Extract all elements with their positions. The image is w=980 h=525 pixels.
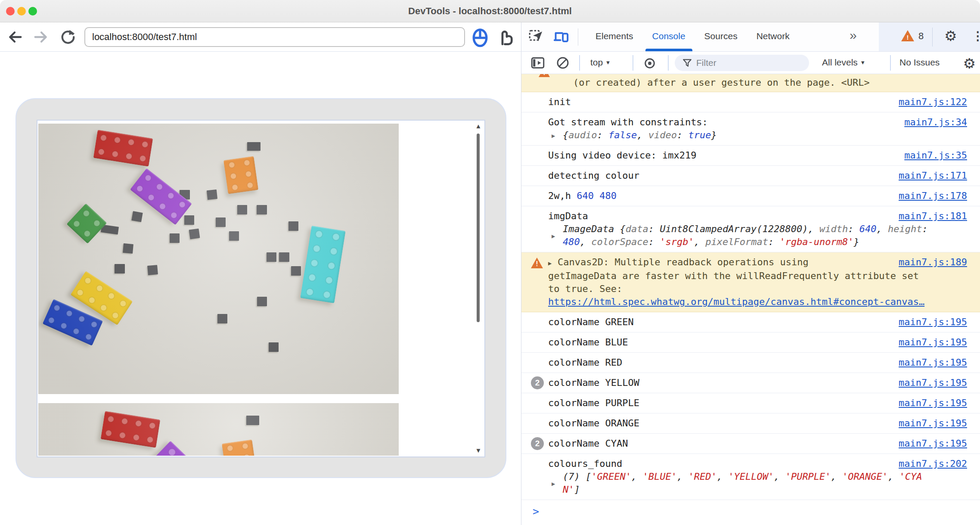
source-link[interactable]: main7.js:171 [899,169,967,182]
settings-gear-icon[interactable]: ⚙ [944,22,957,50]
source-link[interactable]: main7.js:189 [899,256,967,269]
preview-card: ▲ ▼ [16,98,506,478]
devtools-tab-bar: Elements Console Sources Network » ! 8 ⚙… [521,22,980,51]
divider [633,55,633,71]
console-log-row: main7.js:195 colorName GREEN [521,312,980,332]
black-chip [184,215,194,225]
source-link[interactable]: main7.js:195 [899,336,967,349]
expand-triangle-icon[interactable]: ▶ [552,477,555,490]
repeat-count-badge: 2 [531,376,544,389]
console-warning-row: ! main7.js:189 ▶Canvas2D: Multiple readb… [521,252,980,312]
tab-elements[interactable]: Elements [586,22,643,51]
black-chip [216,217,226,227]
orange-brick [223,156,258,194]
mouse-mode-icon[interactable] [471,28,488,45]
black-chip [279,252,289,262]
orange-brick [222,439,257,456]
toolbar-band: localhost:8000/test7.html Elements Conso… [0,22,980,52]
tab-network[interactable]: Network [747,22,799,51]
warning-count[interactable]: 8 [918,22,924,51]
source-link[interactable]: main7.js:202 [899,457,967,470]
source-link[interactable]: main7.js:122 [899,96,967,109]
source-link[interactable]: main7.js:178 [899,189,967,202]
clear-console-icon[interactable] [556,56,571,72]
black-chip [267,252,276,262]
funnel-icon [682,58,692,68]
more-tabs-icon[interactable]: » [850,22,857,50]
source-link[interactable]: main7.js:195 [899,376,967,389]
black-chip [217,314,227,323]
filter-input[interactable]: Filter [675,55,809,71]
browser-toolbar: localhost:8000/test7.html [0,22,521,51]
source-link[interactable]: main7.js:35 [904,149,967,162]
context-selector[interactable]: top▾ [590,52,610,74]
log-levels-selector[interactable]: All levels▾ [822,52,864,74]
url-input[interactable]: localhost:8000/test7.html [84,27,465,47]
reload-icon[interactable] [59,28,77,46]
console-log-row: main7.js:35 Using video device: imx219 [521,146,980,166]
black-chip [147,265,158,275]
issues-link[interactable]: No Issues [899,52,940,74]
source-link[interactable]: main7.js:195 [899,397,967,410]
console-prompt[interactable]: > [521,500,980,518]
devtools-tabs: Elements Console Sources Network [586,22,799,51]
spec-link[interactable]: https://html.spec.whatwg.org/multipage/c… [548,296,924,307]
scrollbar-thumb[interactable] [477,134,480,322]
inspect-element-icon[interactable] [528,29,544,45]
chevron-down-icon: ▾ [606,59,610,66]
object-preview[interactable]: ▶ ImageData {data: Uint8ClampedArray(122… [551,223,967,249]
source-link[interactable]: main7.js:195 [899,437,967,450]
black-chip [291,266,301,276]
source-link[interactable]: main7.js:195 [899,356,967,369]
console-log-row: main7.js:181 imgData ▶ ImageData {data: … [521,206,980,252]
console-log-row: main7.js:34 Got stream with constraints:… [521,112,980,146]
source-link[interactable]: main7.js:181 [899,210,967,223]
console-log-row: main7.js:195 colorName RED [521,353,980,373]
console-settings-gear-icon[interactable]: ⚙ [963,50,976,78]
cyan-brick [301,226,346,303]
camera-snapshot-2 [38,403,399,456]
back-icon[interactable] [6,28,23,46]
tab-console[interactable]: Console [643,22,695,51]
divider [579,55,580,71]
console-sidebar-icon[interactable] [531,56,546,72]
source-link[interactable]: main7.js:195 [899,316,967,329]
object-preview[interactable]: ▶ (7) ['GREEN', 'BLUE', 'RED', 'YELLOW',… [551,470,967,496]
tab-sources[interactable]: Sources [695,22,747,51]
red-brick [93,130,152,166]
warning-triangle-icon[interactable]: ! [901,30,914,41]
expand-triangle-icon[interactable]: ▶ [548,257,558,270]
console-log-row: 2 main7.js:195 colorName CYAN [521,434,980,454]
source-link[interactable]: main7.js:34 [904,116,967,129]
tabbar-right-cluster: ! 8 ⚙ ⋮ [879,22,980,51]
console-log-row: main7.js:195 colorName BLUE [521,332,980,353]
expand-triangle-icon[interactable]: ▶ [552,129,555,142]
forward-icon[interactable] [33,28,50,46]
black-chip [257,205,267,214]
live-expression-eye-icon[interactable] [643,57,658,72]
console-log-row: main7.js:178 2w,h 640 480 [521,186,980,206]
green-brick [66,203,107,244]
object-preview[interactable]: ▶ {audio: false, video: true} [551,129,967,142]
page-viewport: ▲ ▼ [0,52,521,525]
source-link[interactable]: main7.js:195 [899,417,967,430]
divider [890,55,891,71]
chevron-down-icon: ▾ [861,59,865,66]
title-bar: DevTools - localhost:8000/test7.html [0,0,980,22]
window-title: DevTools - localhost:8000/test7.html [0,0,980,22]
device-toolbar-icon[interactable] [553,29,569,45]
console-messages: ! (or created) after a user gesture on t… [521,74,980,525]
divider [932,28,933,47]
touch-gesture-icon[interactable] [496,28,513,45]
kebab-menu-icon[interactable]: ⋮ [972,22,980,50]
warning-triangle-icon: ! [539,74,550,77]
black-chip [257,297,267,306]
console-log-row: main7.js:195 colorName ORANGE [521,413,980,434]
expand-triangle-icon[interactable]: ▶ [552,230,555,242]
filter-placeholder: Filter [696,58,716,68]
black-chip [247,142,260,151]
console-warning-tail: ! (or created) after a user gesture on t… [521,74,980,92]
repeat-count-badge: 2 [531,437,544,450]
scroll-down-icon[interactable]: ▼ [473,447,484,454]
scroll-up-icon[interactable]: ▲ [473,122,484,130]
